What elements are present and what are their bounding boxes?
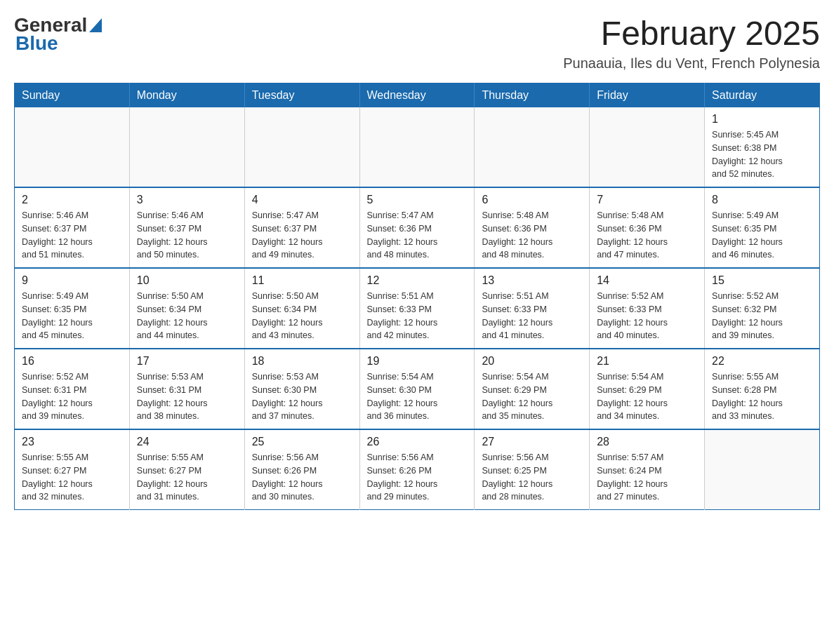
day-info: Sunrise: 5:50 AM Sunset: 6:34 PM Dayligh… bbox=[252, 290, 352, 342]
day-number: 10 bbox=[137, 274, 237, 287]
day-number: 13 bbox=[482, 274, 582, 287]
calendar-day-cell bbox=[244, 107, 359, 187]
calendar-day-cell bbox=[705, 429, 820, 510]
day-number: 18 bbox=[252, 355, 352, 368]
calendar-day-cell: 13Sunrise: 5:51 AM Sunset: 6:33 PM Dayli… bbox=[475, 268, 590, 349]
day-number: 23 bbox=[22, 436, 122, 448]
calendar-day-cell: 7Sunrise: 5:48 AM Sunset: 6:36 PM Daylig… bbox=[590, 187, 705, 268]
day-number: 21 bbox=[597, 355, 697, 368]
title-area: February 2025 Punaauia, Iles du Vent, Fr… bbox=[563, 14, 820, 72]
day-number: 3 bbox=[137, 194, 237, 206]
day-number: 1 bbox=[712, 113, 812, 126]
calendar-day-cell: 6Sunrise: 5:48 AM Sunset: 6:36 PM Daylig… bbox=[475, 187, 590, 268]
calendar-day-cell bbox=[590, 107, 705, 187]
day-info: Sunrise: 5:55 AM Sunset: 6:27 PM Dayligh… bbox=[137, 451, 237, 504]
calendar-header-row: SundayMondayTuesdayWednesdayThursdayFrid… bbox=[15, 83, 820, 108]
day-number: 11 bbox=[252, 274, 352, 287]
calendar-day-header: Monday bbox=[129, 83, 244, 108]
calendar-day-cell: 28Sunrise: 5:57 AM Sunset: 6:24 PM Dayli… bbox=[590, 429, 705, 510]
calendar-day-cell: 4Sunrise: 5:47 AM Sunset: 6:37 PM Daylig… bbox=[244, 187, 359, 268]
day-info: Sunrise: 5:52 AM Sunset: 6:32 PM Dayligh… bbox=[712, 290, 812, 342]
calendar-week-row: 1Sunrise: 5:45 AM Sunset: 6:38 PM Daylig… bbox=[15, 107, 820, 187]
calendar-day-cell: 3Sunrise: 5:46 AM Sunset: 6:37 PM Daylig… bbox=[129, 187, 244, 268]
day-info: Sunrise: 5:48 AM Sunset: 6:36 PM Dayligh… bbox=[597, 209, 697, 262]
calendar-day-cell: 10Sunrise: 5:50 AM Sunset: 6:34 PM Dayli… bbox=[129, 268, 244, 349]
day-info: Sunrise: 5:56 AM Sunset: 6:26 PM Dayligh… bbox=[367, 451, 468, 504]
day-number: 8 bbox=[712, 194, 812, 206]
day-number: 12 bbox=[367, 274, 468, 287]
day-number: 17 bbox=[137, 355, 237, 368]
day-number: 28 bbox=[597, 436, 697, 448]
calendar-day-cell: 16Sunrise: 5:52 AM Sunset: 6:31 PM Dayli… bbox=[15, 349, 130, 429]
calendar-day-cell: 2Sunrise: 5:46 AM Sunset: 6:37 PM Daylig… bbox=[15, 187, 130, 268]
day-number: 15 bbox=[712, 274, 812, 287]
calendar-week-row: 16Sunrise: 5:52 AM Sunset: 6:31 PM Dayli… bbox=[15, 349, 820, 429]
day-info: Sunrise: 5:49 AM Sunset: 6:35 PM Dayligh… bbox=[22, 290, 122, 342]
day-number: 14 bbox=[597, 274, 697, 287]
calendar-day-cell bbox=[129, 107, 244, 187]
day-info: Sunrise: 5:50 AM Sunset: 6:34 PM Dayligh… bbox=[137, 290, 237, 342]
calendar-day-cell: 12Sunrise: 5:51 AM Sunset: 6:33 PM Dayli… bbox=[359, 268, 475, 349]
month-title: February 2025 bbox=[563, 14, 820, 53]
calendar-day-header: Saturday bbox=[705, 83, 820, 108]
day-number: 4 bbox=[252, 194, 352, 206]
day-info: Sunrise: 5:48 AM Sunset: 6:36 PM Dayligh… bbox=[482, 209, 582, 262]
day-info: Sunrise: 5:46 AM Sunset: 6:37 PM Dayligh… bbox=[22, 209, 122, 262]
day-number: 2 bbox=[22, 194, 122, 206]
calendar-day-cell: 27Sunrise: 5:56 AM Sunset: 6:25 PM Dayli… bbox=[475, 429, 590, 510]
calendar-table: SundayMondayTuesdayWednesdayThursdayFrid… bbox=[14, 83, 820, 510]
day-info: Sunrise: 5:56 AM Sunset: 6:25 PM Dayligh… bbox=[482, 451, 582, 504]
calendar-day-cell: 17Sunrise: 5:53 AM Sunset: 6:31 PM Dayli… bbox=[129, 349, 244, 429]
day-info: Sunrise: 5:51 AM Sunset: 6:33 PM Dayligh… bbox=[482, 290, 582, 342]
logo-triangle-icon bbox=[89, 18, 102, 35]
day-info: Sunrise: 5:53 AM Sunset: 6:30 PM Dayligh… bbox=[252, 370, 352, 423]
calendar-day-cell: 25Sunrise: 5:56 AM Sunset: 6:26 PM Dayli… bbox=[244, 429, 359, 510]
day-number: 6 bbox=[482, 194, 582, 206]
calendar-day-cell: 20Sunrise: 5:54 AM Sunset: 6:29 PM Dayli… bbox=[475, 349, 590, 429]
day-info: Sunrise: 5:45 AM Sunset: 6:38 PM Dayligh… bbox=[712, 128, 812, 181]
calendar-day-cell bbox=[359, 107, 475, 187]
day-number: 22 bbox=[712, 355, 812, 368]
day-info: Sunrise: 5:47 AM Sunset: 6:37 PM Dayligh… bbox=[252, 209, 352, 262]
location-subtitle: Punaauia, Iles du Vent, French Polynesia bbox=[563, 55, 820, 72]
calendar-day-cell: 21Sunrise: 5:54 AM Sunset: 6:29 PM Dayli… bbox=[590, 349, 705, 429]
day-info: Sunrise: 5:55 AM Sunset: 6:27 PM Dayligh… bbox=[22, 451, 122, 504]
day-number: 25 bbox=[252, 436, 352, 448]
calendar-day-cell: 5Sunrise: 5:47 AM Sunset: 6:36 PM Daylig… bbox=[359, 187, 475, 268]
day-info: Sunrise: 5:55 AM Sunset: 6:28 PM Dayligh… bbox=[712, 370, 812, 423]
day-info: Sunrise: 5:54 AM Sunset: 6:30 PM Dayligh… bbox=[367, 370, 468, 423]
day-number: 7 bbox=[597, 194, 697, 206]
calendar-week-row: 9Sunrise: 5:49 AM Sunset: 6:35 PM Daylig… bbox=[15, 268, 820, 349]
header: General Blue February 2025 Punaauia, Ile… bbox=[14, 14, 820, 72]
day-info: Sunrise: 5:56 AM Sunset: 6:26 PM Dayligh… bbox=[252, 451, 352, 504]
calendar-day-cell: 14Sunrise: 5:52 AM Sunset: 6:33 PM Dayli… bbox=[590, 268, 705, 349]
calendar-day-cell: 11Sunrise: 5:50 AM Sunset: 6:34 PM Dayli… bbox=[244, 268, 359, 349]
day-info: Sunrise: 5:54 AM Sunset: 6:29 PM Dayligh… bbox=[482, 370, 582, 423]
day-number: 19 bbox=[367, 355, 468, 368]
calendar-day-header: Friday bbox=[590, 83, 705, 108]
day-info: Sunrise: 5:57 AM Sunset: 6:24 PM Dayligh… bbox=[597, 451, 697, 504]
svg-marker-0 bbox=[89, 18, 102, 32]
logo-blue-text: Blue bbox=[14, 32, 58, 55]
calendar-day-header: Wednesday bbox=[359, 83, 475, 108]
day-info: Sunrise: 5:52 AM Sunset: 6:33 PM Dayligh… bbox=[597, 290, 697, 342]
calendar-day-cell: 15Sunrise: 5:52 AM Sunset: 6:32 PM Dayli… bbox=[705, 268, 820, 349]
day-number: 16 bbox=[22, 355, 122, 368]
calendar-day-header: Tuesday bbox=[244, 83, 359, 108]
calendar-day-cell: 19Sunrise: 5:54 AM Sunset: 6:30 PM Dayli… bbox=[359, 349, 475, 429]
calendar-day-cell: 8Sunrise: 5:49 AM Sunset: 6:35 PM Daylig… bbox=[705, 187, 820, 268]
calendar-day-cell bbox=[15, 107, 130, 187]
calendar-week-row: 2Sunrise: 5:46 AM Sunset: 6:37 PM Daylig… bbox=[15, 187, 820, 268]
calendar-day-cell bbox=[475, 107, 590, 187]
day-info: Sunrise: 5:49 AM Sunset: 6:35 PM Dayligh… bbox=[712, 209, 812, 262]
day-info: Sunrise: 5:53 AM Sunset: 6:31 PM Dayligh… bbox=[137, 370, 237, 423]
calendar-day-header: Thursday bbox=[475, 83, 590, 108]
calendar-day-cell: 24Sunrise: 5:55 AM Sunset: 6:27 PM Dayli… bbox=[129, 429, 244, 510]
calendar-day-cell: 9Sunrise: 5:49 AM Sunset: 6:35 PM Daylig… bbox=[15, 268, 130, 349]
day-info: Sunrise: 5:52 AM Sunset: 6:31 PM Dayligh… bbox=[22, 370, 122, 423]
day-number: 24 bbox=[137, 436, 237, 448]
day-number: 27 bbox=[482, 436, 582, 448]
day-info: Sunrise: 5:51 AM Sunset: 6:33 PM Dayligh… bbox=[367, 290, 468, 342]
calendar-day-cell: 1Sunrise: 5:45 AM Sunset: 6:38 PM Daylig… bbox=[705, 107, 820, 187]
logo: General Blue bbox=[14, 14, 102, 55]
